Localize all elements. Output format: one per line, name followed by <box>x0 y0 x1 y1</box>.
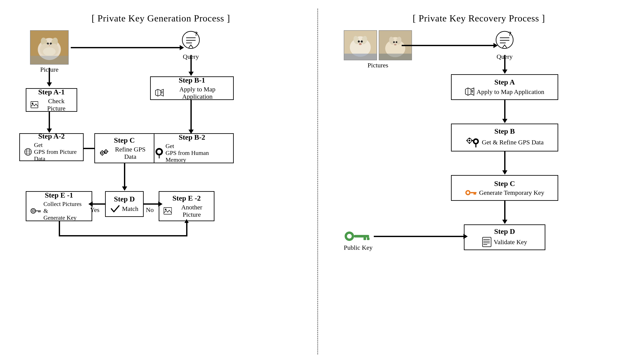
step-a-box: Step A Apply to Map Application <box>451 74 558 100</box>
svg-rect-37 <box>106 150 106 150</box>
dog-photo-right-1 <box>344 30 377 60</box>
arrow-pic-to-a1 <box>49 68 50 83</box>
step-b-text: Get & Refine GPS Data <box>482 139 544 146</box>
svg-point-11 <box>43 48 56 56</box>
svg-rect-46 <box>164 207 172 214</box>
dog-photo-left: Picture <box>30 30 68 73</box>
public-key-caption: Public Key <box>344 244 372 251</box>
step-c-right-label: Step C <box>494 180 515 188</box>
step-d-label: Step D <box>114 195 135 203</box>
svg-rect-32 <box>102 154 103 156</box>
step-a-text: Apply to Map Application <box>476 88 544 96</box>
yes-label: Yes <box>90 206 100 213</box>
svg-rect-97 <box>354 235 369 237</box>
step-d-right-text: Validate Key <box>494 238 527 246</box>
query-icon-right: ? <box>494 30 515 52</box>
step-d-right-box: Step D Validate Key <box>464 224 545 250</box>
svg-rect-18 <box>31 102 38 108</box>
step-b1-box: Step B-1 Apply to Map Application <box>150 76 234 100</box>
arrow-d-to-e2 <box>144 203 159 205</box>
svg-point-27 <box>157 150 161 154</box>
svg-rect-84 <box>474 193 475 195</box>
arrow-query-to-b1 <box>190 55 192 72</box>
no-label: No <box>146 206 154 213</box>
step-e2-text: Another Picture <box>174 204 210 218</box>
step-b2-text: GetGPS from Human Memory <box>166 143 229 163</box>
svg-text:?: ? <box>195 30 198 37</box>
public-key-icon <box>344 230 372 243</box>
map-icon-a <box>465 88 474 96</box>
step-a2-content: GetGPS from Picture Data <box>24 142 79 162</box>
svg-rect-76 <box>466 140 468 141</box>
step-a2-box: Step A-2 GetGPS from Picture Data <box>19 133 84 161</box>
svg-rect-98 <box>364 237 366 240</box>
key-icon-orange <box>465 190 477 196</box>
step-e1-box: Step E -1 Collect Pictures &Generate Key <box>26 191 92 221</box>
step-a1-text: Check Picture <box>40 97 72 112</box>
arrow-c-to-d-right <box>504 201 506 220</box>
arrow-pubkey-to-d <box>374 236 464 237</box>
left-panel-title: [ Private Key Generation Process ] <box>13 13 309 24</box>
gear-pin-icon <box>466 137 480 148</box>
step-c-content: Refine GPS Data <box>99 146 150 160</box>
pin-icon <box>155 147 164 159</box>
arrow-e2-up <box>184 219 189 223</box>
svg-point-64 <box>394 44 396 46</box>
step-a2-label: Step A-2 <box>38 132 65 140</box>
svg-point-30 <box>102 152 103 154</box>
arrow-b-to-c <box>504 151 506 171</box>
step-a2-text: GetGPS from Picture Data <box>34 142 79 162</box>
step-e2-box: Step E -2 Another Picture <box>159 191 214 221</box>
dog-photos-right: Pictures <box>344 30 412 69</box>
public-key-area: Public Key <box>344 230 372 251</box>
arrow-b1-to-b2 <box>190 100 192 130</box>
step-d-right-content: Validate Key <box>482 237 527 247</box>
arrow-e2-feedback-v <box>186 221 188 236</box>
step-a-content: Apply to Map Application <box>465 88 544 96</box>
step-c-label: Step C <box>114 136 135 144</box>
step-e1-content: Collect Pictures &Generate Key <box>31 201 87 221</box>
key-icon-e1 <box>31 208 41 214</box>
arrow-c-to-d <box>124 163 125 187</box>
svg-point-42 <box>32 210 34 212</box>
list-icon <box>482 237 492 247</box>
globe-icon <box>24 147 32 157</box>
arrow-pic-to-query <box>71 47 180 48</box>
step-e2-content: Another Picture <box>164 204 210 218</box>
step-b-label: Step B <box>494 127 515 135</box>
step-e1-label: Step E -1 <box>45 191 73 199</box>
right-flow-area: Pictures ? Query <box>331 30 627 350</box>
right-panel: [ Private Key Recovery Process ] <box>318 9 640 354</box>
arrow-query-to-a <box>504 55 506 70</box>
svg-rect-77 <box>472 140 473 141</box>
svg-rect-12 <box>30 56 68 64</box>
svg-point-96 <box>347 234 352 239</box>
step-d-right-label: Step D <box>494 227 515 236</box>
step-a1-box: Step A-1 Check Picture <box>26 88 77 112</box>
arrow-feedback-h <box>59 235 188 236</box>
step-b2-label: Step B-2 <box>179 133 205 141</box>
step-e2-label: Step E -2 <box>172 194 201 202</box>
svg-point-54 <box>361 41 363 43</box>
svg-point-55 <box>359 43 362 45</box>
svg-rect-83 <box>470 192 476 193</box>
svg-rect-74 <box>469 138 470 139</box>
arrow-a1-to-a2 <box>49 112 50 129</box>
svg-point-63 <box>396 41 398 43</box>
svg-rect-40 <box>107 151 108 152</box>
svg-text:?: ? <box>508 30 512 37</box>
svg-rect-31 <box>102 150 103 151</box>
svg-rect-33 <box>100 152 101 153</box>
step-c-right-text: Generate Temporary Key <box>479 189 544 196</box>
step-c-right-content: Generate Temporary Key <box>465 189 544 196</box>
svg-point-47 <box>165 209 166 210</box>
svg-rect-56 <box>344 54 376 60</box>
gear-icon-c <box>99 148 109 158</box>
svg-point-82 <box>467 191 469 194</box>
step-c-box: Step C <box>94 133 154 163</box>
svg-rect-85 <box>475 193 476 195</box>
svg-rect-86 <box>482 237 491 247</box>
svg-rect-39 <box>104 151 105 152</box>
step-b2-content: GetGPS from Human Memory <box>155 143 229 163</box>
svg-point-19 <box>32 103 33 104</box>
